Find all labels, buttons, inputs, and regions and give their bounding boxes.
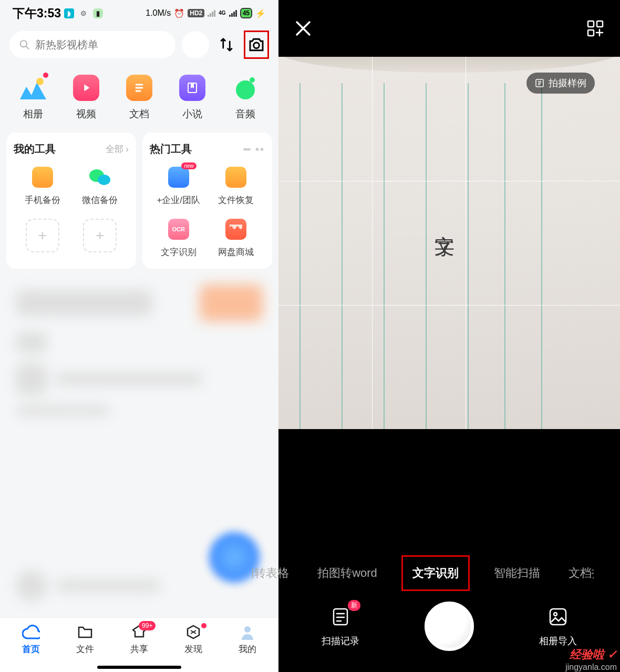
camera-entry-highlight [244, 30, 269, 59]
wechat-icon [89, 167, 110, 188]
nav-label: 共享 [130, 643, 148, 655]
network-speed: 1.0M/s [146, 8, 171, 18]
nav-profile[interactable]: 我的 [220, 623, 274, 669]
nav-label: 我的 [239, 643, 256, 655]
hd-badge: HD2 [188, 9, 204, 17]
notebook-spiral [278, 57, 620, 73]
tool-phone-backup[interactable]: 手机备份 [14, 167, 71, 206]
category-audio[interactable]: 音频 [223, 75, 268, 121]
cloud-drive-home: 下午3:53 ◗ ⚙ ▮ 1.0M/s ⏰ HD2 4G 45 ⚡ [0, 0, 278, 672]
folder-icon [76, 623, 94, 641]
nav-label: 发现 [184, 643, 202, 655]
camera-viewfinder[interactable]: 文字 拍摄样例 [278, 57, 620, 429]
action-label: 相册导入 [539, 635, 577, 647]
mode-smart[interactable]: 智能扫描 [490, 560, 544, 586]
new-badge: 新 [348, 600, 360, 611]
drag-handle-icon[interactable]: ━ •• [244, 143, 265, 156]
video-icon [73, 75, 99, 101]
tool-label: 文件恢复 [218, 194, 254, 206]
folder-icon [32, 167, 53, 188]
grid-line [278, 305, 620, 306]
nav-files[interactable]: 文件 [58, 623, 112, 669]
sample-button[interactable]: 拍摄样例 [526, 73, 595, 94]
card-title: 热门工具 [150, 142, 192, 156]
svg-rect-10 [588, 21, 594, 27]
grid-line [372, 57, 373, 429]
folder-recover-icon [225, 167, 246, 188]
tool-add-slot[interactable]: + [71, 219, 129, 252]
svg-point-6 [250, 77, 255, 83]
grid-line [278, 181, 620, 181]
scan-mode-selector[interactable]: 拍图转表格 拍图转word 文字识别 智能扫描 文档扫描 [252, 555, 594, 591]
ocr-icon: OCR [168, 219, 189, 240]
close-icon [294, 19, 312, 37]
svg-point-2 [254, 43, 260, 48]
category-label: 视频 [76, 107, 96, 121]
list-icon [535, 78, 544, 88]
search-input[interactable] [35, 39, 166, 51]
nav-discover[interactable]: 发现 [166, 623, 220, 669]
see-all-link[interactable]: 全部 › [106, 143, 129, 155]
grid-line [466, 57, 466, 429]
gallery-icon [546, 605, 570, 628]
plus-icon: + [83, 219, 117, 252]
bottom-nav: 首页 文件 99+ 共享 发现 我的 [0, 617, 278, 672]
mode-table[interactable]: 拍图转表格 [252, 560, 293, 586]
status-notif-icon: ▮ [93, 8, 103, 18]
category-docs[interactable]: 文档 [117, 75, 162, 121]
status-bar: 下午3:53 ◗ ⚙ ▮ 1.0M/s ⏰ HD2 4G 45 ⚡ [0, 0, 278, 26]
tool-ocr[interactable]: OCR 文字识别 [150, 219, 208, 258]
tool-enterprise[interactable]: new +企业/团队 [150, 167, 208, 206]
signal-sim1-icon [208, 9, 215, 17]
category-novel[interactable]: 小说 [170, 75, 215, 121]
my-tools-card: 我的工具 全部 › 手机备份 微信备份 + + [6, 133, 136, 269]
shutter-button[interactable] [425, 602, 474, 651]
search-box[interactable] [9, 31, 175, 58]
tool-label: 手机备份 [25, 194, 60, 206]
watermark: 经验啦 ✓ jingyanla.com [565, 647, 617, 672]
home-indicator [97, 666, 181, 669]
search-icon [19, 38, 30, 51]
tool-label: 网盘商城 [218, 246, 254, 258]
nav-badge: 99+ [139, 621, 156, 630]
category-label: 相册 [23, 107, 43, 121]
nav-home[interactable]: 首页 [4, 623, 58, 669]
svg-point-5 [236, 80, 255, 99]
tool-wechat-backup[interactable]: 微信备份 [71, 167, 129, 206]
book-icon [179, 75, 205, 101]
svg-line-1 [26, 46, 28, 49]
photos-icon [20, 76, 46, 99]
close-button[interactable] [294, 19, 312, 37]
status-time: 下午3:53 [13, 5, 61, 22]
mode-ocr[interactable]: 文字识别 [401, 555, 470, 591]
tool-label: 文字识别 [161, 246, 197, 258]
settings-mini-icon: ⚙ [77, 8, 90, 18]
category-photos[interactable]: 相册 [11, 75, 56, 121]
gallery-import-button[interactable]: 相册导入 [539, 605, 577, 647]
category-label: 文档 [129, 107, 149, 121]
transfer-button[interactable] [215, 34, 237, 56]
camera-button[interactable] [245, 34, 267, 56]
mode-doc[interactable]: 文档扫描 [564, 560, 594, 586]
tool-file-recovery[interactable]: 文件恢复 [208, 167, 265, 206]
nav-label: 首页 [22, 643, 40, 655]
svg-rect-15 [550, 609, 566, 625]
charging-icon: ⚡ [255, 8, 266, 18]
alarm-icon: ⏰ [174, 8, 184, 18]
category-label: 小说 [182, 107, 202, 121]
scan-history-button[interactable]: 新 扫描记录 [322, 605, 359, 647]
doc-icon [126, 75, 152, 101]
tool-add-slot[interactable]: + [14, 219, 71, 252]
category-label: 音频 [235, 107, 255, 121]
nav-share[interactable]: 99+ 共享 [112, 623, 167, 669]
mode-word[interactable]: 拍图转word [313, 560, 381, 586]
transfer-icon [219, 37, 234, 53]
tool-mall[interactable]: 网盘商城 [208, 219, 265, 258]
camera-scan-screen: 文字 拍摄样例 拍图转表格 拍图转word 文字识别 智能扫描 文档扫描 新 扫… [278, 0, 620, 672]
history-icon: 新 [329, 605, 352, 628]
qr-add-button[interactable] [586, 19, 604, 37]
signal-sim2-icon [229, 9, 237, 17]
category-video[interactable]: 视频 [64, 75, 109, 121]
audio-icon [232, 75, 259, 101]
avatar[interactable] [182, 31, 209, 58]
